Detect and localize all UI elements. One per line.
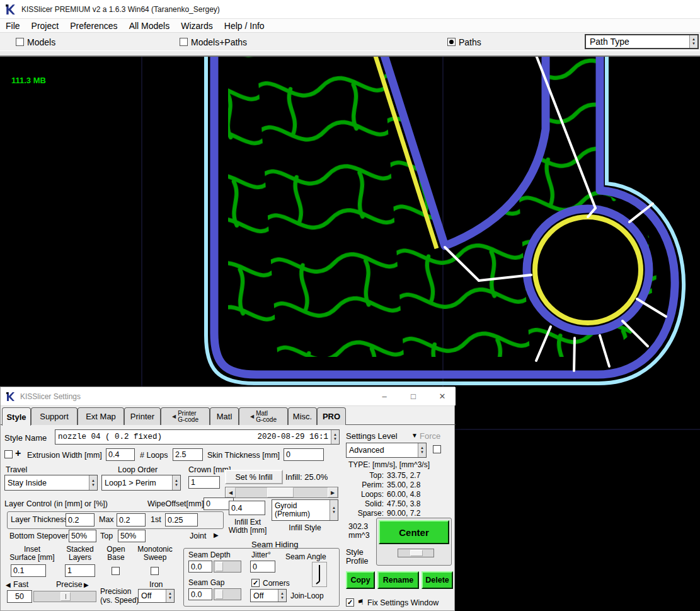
tab-pro[interactable]: PRO (317, 407, 346, 425)
menu-project[interactable]: Project (26, 21, 65, 31)
style-profile-label-line2: Profile (346, 557, 368, 566)
gcode-arrow-icon: ◀ (172, 414, 176, 420)
travel-spinner-icon[interactable]: ▲▼ (89, 475, 97, 490)
join-loop-spinner-icon[interactable]: ▲▼ (278, 590, 286, 602)
seam-angle-icon[interactable] (312, 562, 327, 587)
tab-printer-gcode[interactable]: ◀ PrinterG-code (161, 407, 210, 425)
menu-all-models[interactable]: All Models (123, 21, 176, 31)
iron-spinner-icon[interactable]: ▲▼ (166, 590, 174, 602)
seam-gap-slider[interactable] (214, 588, 241, 600)
kisslicer-logo-icon (5, 4, 16, 15)
seam-depth-label: Seam Depth (188, 550, 231, 559)
bottom-stepover-field[interactable] (69, 530, 96, 542)
top-stepover-field[interactable] (118, 530, 146, 542)
radio-paths-label: Paths (459, 37, 481, 47)
extrusion-width-field[interactable] (106, 448, 135, 461)
fix-window-checkbox[interactable]: ✓ (346, 598, 354, 607)
set-infill-button[interactable]: Set % Infill (225, 470, 283, 484)
stacked-layers-label-line1: Stacked (61, 545, 99, 554)
menu-bar: File Project Preferences All Models Wiza… (0, 19, 700, 33)
menu-help-info[interactable]: Help / Info (219, 21, 270, 31)
minimize-button[interactable]: – (371, 387, 398, 405)
precision-slider-thumb[interactable] (60, 592, 71, 601)
style-name-select[interactable]: nozzle 04 ( 0.2 fixed) 2020-08-29 16:1 ▲… (55, 429, 340, 445)
style-profile-label-line1: Style (346, 548, 364, 557)
jitter-field[interactable] (250, 561, 275, 573)
slider-left-arrow-icon[interactable]: ◀ (226, 487, 236, 498)
tab-printer[interactable]: Printer (124, 407, 161, 425)
seam-depth-slider[interactable] (214, 561, 241, 573)
infill-style-spinner-icon[interactable]: ▲▼ (330, 500, 338, 520)
minimize-icon: – (382, 392, 386, 401)
joint-label: Joint (190, 532, 206, 540)
maximize-button[interactable]: □ (400, 387, 427, 405)
settings-level-checkbox[interactable] (433, 445, 441, 453)
menu-wizards[interactable]: Wizards (175, 21, 219, 31)
path-type-spinner-icon[interactable]: ▲▼ (689, 35, 697, 48)
radio-models[interactable] (16, 38, 24, 46)
tab-ext-map[interactable]: Ext Map (77, 407, 124, 425)
delete-button[interactable]: Delete (422, 571, 453, 589)
layer-thickness-label: Layer Thickness (11, 515, 68, 524)
infill-slider-thumb[interactable] (267, 487, 294, 498)
corners-label: Corners (263, 579, 290, 588)
extrusion-width-label: Extrusion Width [mm] (27, 451, 102, 460)
settings-level-spinner-icon[interactable]: ▲▼ (418, 443, 426, 457)
copy-button[interactable]: Copy (346, 571, 375, 589)
fast-arrow-icon: ◀ (6, 581, 11, 588)
slider-right-arrow-icon[interactable]: ▶ (328, 487, 338, 498)
tab-style[interactable]: Style (2, 407, 31, 426)
inset-surface-label-line2: Surface [mm] (7, 553, 57, 562)
radio-paths[interactable] (447, 38, 456, 46)
joint-arrow-icon[interactable]: ▶ (214, 532, 219, 538)
crown-field[interactable] (188, 476, 220, 489)
infill-ext-width-field[interactable] (229, 501, 265, 515)
open-base-checkbox[interactable] (112, 567, 120, 575)
max-layer-field[interactable] (117, 513, 146, 527)
tab-matl[interactable]: Matl (210, 407, 239, 425)
tab-matl-gcode[interactable]: ◀ MatlG-code (239, 407, 288, 425)
iron-select[interactable]: Off ▲▼ (138, 589, 175, 603)
jitter-label: Jitter° (251, 550, 271, 559)
layer-thickness-field[interactable] (66, 513, 95, 527)
loop-order-spinner-icon[interactable]: ▲▼ (172, 475, 180, 490)
force-triangle-icon[interactable]: ▼ (411, 432, 418, 439)
stacked-layers-field[interactable] (65, 564, 95, 577)
num-loops-label: # Loops (140, 451, 168, 460)
settings-level-select[interactable]: Advanced ▲▼ (346, 443, 427, 458)
path-type-select[interactable]: Path Type ▲▼ (585, 34, 699, 49)
skin-thickness-field[interactable] (284, 448, 324, 461)
monotonic-sweep-checkbox[interactable] (151, 567, 159, 575)
center-button[interactable]: Center (379, 520, 449, 544)
precise-arrow-icon: ▶ (84, 581, 89, 588)
seam-gap-field[interactable] (188, 588, 212, 600)
loop-order-select[interactable]: Loop1 > Perim ▲▼ (101, 475, 181, 491)
menu-preferences[interactable]: Preferences (64, 21, 123, 31)
num-loops-field[interactable] (173, 448, 203, 461)
center-mini-slider[interactable] (398, 549, 434, 557)
radio-models-paths[interactable] (180, 38, 188, 46)
infill-style-select[interactable]: Gyroid (Premium) ▲▼ (272, 499, 338, 521)
travel-label: Travel (6, 465, 27, 474)
inset-surface-field[interactable] (11, 564, 46, 577)
style-name-spinner-icon[interactable]: ▲▼ (331, 430, 339, 444)
travel-select[interactable]: Stay Inside ▲▼ (4, 475, 98, 491)
infill-percent-slider[interactable]: ◀ ▶ (225, 487, 338, 498)
close-button[interactable]: ✕ (429, 387, 456, 405)
precision-slider[interactable] (33, 591, 96, 602)
speed-row: Solid:47.50, 3.8 (351, 499, 445, 508)
corners-checkbox[interactable]: ✓ (251, 579, 260, 587)
menu-file[interactable]: File (0, 21, 26, 31)
tab-support[interactable]: Support (31, 407, 77, 425)
first-layer-field[interactable] (165, 513, 198, 527)
style-new-checkbox[interactable] (4, 450, 13, 458)
join-loop-value: Off (251, 591, 278, 600)
seam-depth-field[interactable] (188, 561, 212, 573)
join-loop-select[interactable]: Off ▲▼ (250, 589, 287, 602)
precision-value-field[interactable] (7, 590, 32, 603)
tab-misc[interactable]: Misc. (288, 407, 317, 425)
precision-label-line2: (vs. Speed) (100, 596, 139, 605)
seam-angle-label: Seam Angle (285, 552, 326, 561)
rename-button[interactable]: Rename (377, 571, 419, 589)
tab-printer-gcode-line2: G-code (178, 416, 198, 423)
